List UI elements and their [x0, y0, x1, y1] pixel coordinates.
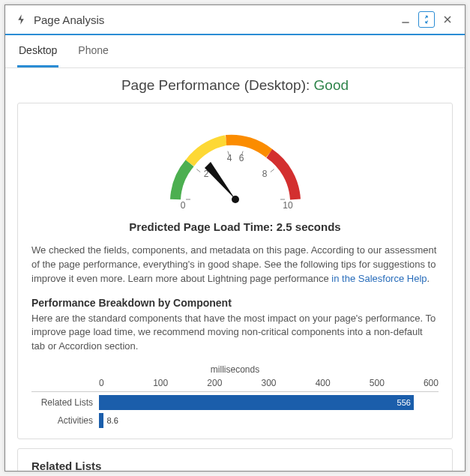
tick-300: 300: [261, 378, 315, 388]
tick-600: 600: [424, 378, 439, 388]
performance-card: 0 2 4 6 8 10 Predicted Page Load Time: 2…: [17, 103, 453, 439]
lightning-icon: [14, 13, 28, 26]
bar-value-related-lists: 556: [397, 398, 411, 407]
svg-line-1: [196, 169, 200, 172]
chart-row-related-lists: Related Lists 556: [31, 395, 439, 410]
gauge-tick-10: 10: [283, 200, 293, 211]
performance-description: We checked the fields, components, and m…: [31, 244, 439, 286]
tick-200: 200: [207, 378, 261, 388]
titlebar: Page Analysis: [5, 5, 465, 35]
gauge-tick-6: 6: [238, 153, 244, 163]
gauge-needle: [205, 162, 235, 199]
chart-axis-title: milliseconds: [31, 364, 439, 375]
performance-heading: Page Performance (Desktop): Good: [17, 77, 453, 94]
page-analysis-panel: Page Analysis Desktop Phone Page Perform…: [4, 4, 466, 472]
performance-heading-prefix: Page Performance (Desktop):: [121, 77, 314, 93]
gauge-container: 0 2 4 6 8 10: [31, 117, 439, 214]
close-button[interactable]: [439, 11, 456, 28]
bar-label-related-lists: Related Lists: [31, 397, 99, 408]
breakdown-subtitle: Performance Breakdown by Component: [31, 297, 439, 309]
content-scroll[interactable]: Page Performance (Desktop): Good: [5, 68, 465, 471]
tick-0: 0: [99, 378, 153, 388]
panel-title: Page Analysis: [34, 13, 397, 26]
tick-400: 400: [316, 378, 370, 388]
help-link[interactable]: in the Salesforce Help: [331, 273, 427, 284]
tab-desktop[interactable]: Desktop: [17, 35, 58, 67]
window-controls: [397, 11, 456, 28]
performance-chart: milliseconds 0 100 200 300 400 500 600 R…: [31, 364, 439, 428]
bar-label-activities: Activities: [31, 415, 99, 426]
tick-100: 100: [153, 378, 207, 388]
chart-row-activities: Activities 8.6: [31, 413, 439, 428]
gauge-chart: 0 2 4 6 8 10: [149, 117, 322, 214]
tick-500: 500: [370, 378, 424, 388]
bar-value-activities: 8.6: [106, 416, 118, 425]
breakdown-intro: Here are the standard components that ha…: [31, 312, 439, 355]
gauge-tick-8: 8: [262, 169, 267, 179]
gauge-pivot: [232, 196, 239, 203]
svg-line-4: [270, 169, 274, 172]
related-lists-card: Related Lists Some related lists affect …: [17, 448, 453, 471]
chart-x-axis: 0 100 200 300 400 500 600: [31, 378, 439, 392]
related-lists-title: Related Lists: [31, 460, 439, 471]
tab-phone[interactable]: Phone: [76, 35, 109, 67]
gauge-tick-4: 4: [226, 153, 232, 163]
predicted-load-time: Predicted Page Load Time: 2.5 seconds: [31, 220, 439, 233]
device-tabs: Desktop Phone: [5, 35, 465, 68]
performance-status: Good: [314, 77, 349, 93]
minimize-button[interactable]: [397, 11, 414, 28]
gauge-tick-0: 0: [180, 200, 185, 211]
performance-desc-suffix: .: [427, 273, 430, 284]
collapse-button[interactable]: [418, 11, 435, 28]
